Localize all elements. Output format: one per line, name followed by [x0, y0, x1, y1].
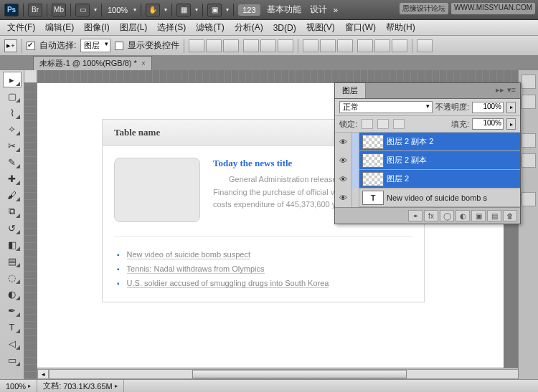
- heal-tool[interactable]: ✚: [3, 171, 22, 186]
- minibridge-icon[interactable]: Mb: [52, 4, 66, 16]
- dock-adjust-icon[interactable]: [522, 133, 536, 148]
- ps-logo-icon[interactable]: Ps: [4, 4, 19, 16]
- move-tool[interactable]: ▸: [3, 72, 22, 87]
- menu-image[interactable]: 图像(I): [80, 20, 113, 35]
- visibility-icon[interactable]: 👁: [335, 133, 352, 151]
- layer-name[interactable]: New video of suicide bomb s: [387, 193, 487, 202]
- workspace-essentials[interactable]: 基本功能: [265, 4, 303, 16]
- dock-layers-icon[interactable]: [522, 192, 536, 206]
- dock-swatches-icon[interactable]: [522, 95, 536, 109]
- layer-name[interactable]: 图层 2 副本: [387, 155, 427, 166]
- panel-menu-icon[interactable]: ▾≡: [507, 85, 516, 96]
- layer-row[interactable]: 👁 图层 2 副本 2: [335, 133, 520, 151]
- visibility-icon[interactable]: 👁: [335, 151, 352, 170]
- document-tab[interactable]: 未标题-1 @ 100%(RGB/8) * ×: [33, 56, 152, 70]
- menu-window[interactable]: 窗口(W): [341, 20, 380, 35]
- wand-tool[interactable]: ✧: [3, 121, 22, 137]
- workspace-design[interactable]: 设计: [308, 4, 329, 16]
- shape-tool[interactable]: ▭: [3, 352, 22, 368]
- dist-bottom-icon[interactable]: [337, 39, 353, 52]
- menu-edit[interactable]: 编辑(E): [41, 20, 78, 35]
- group-icon[interactable]: ▣: [471, 210, 486, 221]
- lasso-tool[interactable]: ⌇: [3, 105, 22, 120]
- menu-file[interactable]: 文件(F): [3, 20, 39, 35]
- chevron-right-icon[interactable]: ▸: [115, 383, 118, 389]
- screen-mode-icon[interactable]: ▣: [207, 4, 222, 16]
- lock-all-icon[interactable]: [393, 119, 405, 129]
- trash-icon[interactable]: 🗑: [503, 210, 517, 221]
- workspace-more-icon[interactable]: »: [334, 5, 339, 15]
- ruler-vertical[interactable]: [24, 83, 37, 379]
- menu-analysis[interactable]: 分析(A): [230, 20, 268, 35]
- blend-mode-select[interactable]: 正常: [339, 101, 433, 113]
- status-doc-size[interactable]: 文档:703.1K/3.65M▸: [37, 380, 124, 392]
- view-extras-icon[interactable]: ▭: [75, 4, 90, 16]
- scroll-left-icon[interactable]: ◂: [37, 369, 49, 379]
- dock-color-icon[interactable]: [522, 75, 536, 89]
- gradient-tool[interactable]: ▤: [3, 253, 22, 269]
- align-hcenter-icon[interactable]: [260, 39, 276, 52]
- eyedropper-tool[interactable]: ✎: [3, 154, 22, 170]
- crop-tool[interactable]: ✂: [3, 138, 22, 153]
- lock-position-icon[interactable]: [377, 119, 389, 129]
- stamp-tool[interactable]: ⧉: [3, 204, 22, 219]
- chevron-right-icon[interactable]: ▸: [28, 383, 31, 389]
- lock-pixels-icon[interactable]: [362, 119, 373, 129]
- status-zoom[interactable]: 100%▸: [0, 380, 37, 392]
- layer-name[interactable]: 图层 2 副本 2: [387, 136, 433, 147]
- close-icon[interactable]: ×: [141, 59, 146, 67]
- scroll-thumb[interactable]: [192, 370, 407, 378]
- layer-row[interactable]: 👁 图层 2: [335, 170, 520, 188]
- pen-tool[interactable]: ✒: [3, 302, 22, 318]
- menu-select[interactable]: 选择(S): [153, 20, 190, 35]
- fill-input[interactable]: 100%: [472, 118, 504, 130]
- dist-top-icon[interactable]: [303, 39, 318, 52]
- opacity-input[interactable]: 100%: [472, 102, 504, 113]
- align-vcenter-icon[interactable]: [206, 39, 222, 52]
- new-layer-icon[interactable]: ▤: [487, 210, 501, 221]
- align-left-icon[interactable]: [243, 39, 259, 52]
- adjustment-icon[interactable]: ◐: [456, 210, 470, 221]
- eraser-tool[interactable]: ◧: [3, 236, 22, 252]
- menu-3d[interactable]: 3D(D): [269, 21, 301, 34]
- dist-hcenter-icon[interactable]: [374, 39, 390, 52]
- menu-layer[interactable]: 图层(L): [115, 20, 152, 35]
- brush-tool[interactable]: 🖌: [3, 187, 22, 203]
- align-right-icon[interactable]: [278, 39, 293, 52]
- workspace-chip[interactable]: 123: [238, 4, 260, 16]
- type-tool[interactable]: T: [3, 319, 22, 335]
- mask-icon[interactable]: ◯: [440, 210, 454, 221]
- visibility-icon[interactable]: 👁: [335, 188, 352, 207]
- arrange-icon[interactable]: ▦: [176, 4, 191, 16]
- dist-vcenter-icon[interactable]: [320, 39, 336, 52]
- fill-arrow-icon[interactable]: ▸: [506, 118, 516, 130]
- menu-filter[interactable]: 滤镜(T): [192, 20, 228, 35]
- visibility-icon[interactable]: 👁: [335, 170, 352, 188]
- scrollbar-horizontal[interactable]: ◂ ▸: [37, 368, 538, 379]
- bridge-icon[interactable]: Br: [28, 4, 42, 16]
- auto-align-icon[interactable]: [417, 39, 433, 52]
- hand-icon[interactable]: ✋: [146, 4, 160, 16]
- menu-view[interactable]: 视图(V): [302, 20, 339, 35]
- dock-styles-icon[interactable]: [522, 153, 536, 168]
- marquee-tool[interactable]: ▢: [3, 88, 22, 104]
- dist-left-icon[interactable]: [357, 39, 373, 52]
- show-transform-checkbox[interactable]: [115, 42, 123, 50]
- ruler-horizontal[interactable]: [37, 70, 538, 83]
- link-layers-icon[interactable]: ⚭: [408, 210, 423, 221]
- layer-row[interactable]: 👁 T New video of suicide bomb s: [335, 188, 520, 207]
- zoom-level[interactable]: 100%: [106, 6, 129, 14]
- layer-row[interactable]: 👁 图层 2 副本: [335, 151, 520, 170]
- path-select-tool[interactable]: ◁: [3, 335, 22, 351]
- auto-select-checkbox[interactable]: [27, 42, 35, 50]
- layer-name[interactable]: 图层 2: [387, 173, 409, 184]
- layers-tab[interactable]: 图层: [335, 83, 366, 98]
- history-brush-tool[interactable]: ↺: [3, 220, 22, 236]
- ruler-origin[interactable]: [24, 70, 37, 83]
- align-top-icon[interactable]: [189, 39, 204, 52]
- blur-tool[interactable]: ◌: [3, 269, 22, 285]
- opacity-arrow-icon[interactable]: ▸: [506, 102, 516, 113]
- move-tool-icon[interactable]: ▸+: [4, 39, 17, 52]
- auto-select-dropdown[interactable]: 图层: [80, 39, 110, 52]
- dodge-tool[interactable]: ◐: [3, 286, 22, 302]
